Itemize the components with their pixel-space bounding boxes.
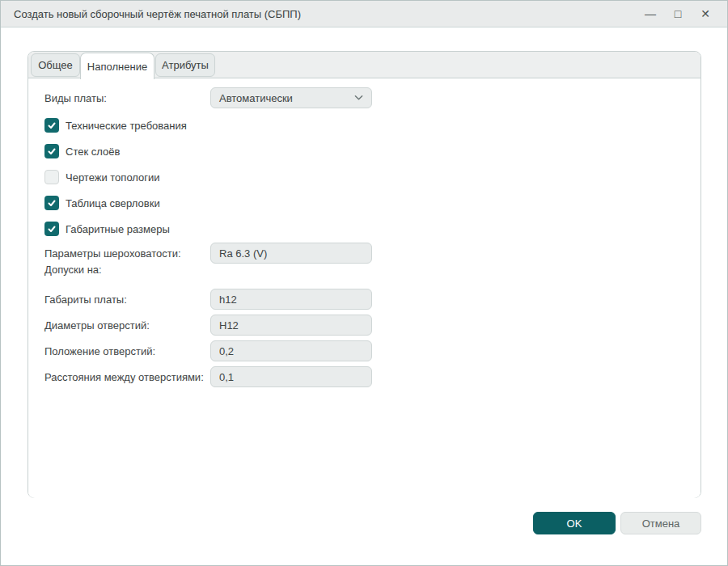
dialog-button-bar: OK Отмена bbox=[28, 512, 701, 534]
hole-position-input[interactable] bbox=[210, 340, 372, 361]
check-icon bbox=[47, 120, 57, 130]
tab-widget: Общее Наполнение Атрибуты Виды платы: Ав… bbox=[28, 51, 701, 498]
cancel-button[interactable]: Отмена bbox=[620, 512, 701, 534]
check-row: Технические требования bbox=[44, 118, 187, 133]
tab-content: Виды платы: Автоматически Технические тр… bbox=[28, 78, 700, 498]
checkbox-drill-table[interactable] bbox=[44, 196, 59, 210]
checkbox-topology-drawings[interactable] bbox=[44, 170, 59, 184]
window-title: Создать новый сборочный чертёж печатной … bbox=[14, 8, 301, 20]
check-icon bbox=[47, 146, 57, 156]
close-icon: ✕ bbox=[700, 7, 710, 20]
roughness-label: Параметры шероховатости: bbox=[44, 247, 210, 260]
board-views-label: Виды платы: bbox=[44, 92, 210, 104]
tab-content-fill[interactable]: Наполнение bbox=[80, 53, 154, 79]
roughness-row: Параметры шероховатости: bbox=[44, 243, 372, 264]
hole-position-label: Положение отверстий: bbox=[44, 345, 210, 357]
board-views-row: Виды платы: Автоматически bbox=[44, 87, 372, 108]
minimize-button[interactable]: — bbox=[637, 2, 664, 25]
checkbox-label: Стек слоёв bbox=[66, 146, 120, 158]
dialog-window: Создать новый сборочный чертёж печатной … bbox=[0, 0, 728, 566]
board-dimensions-input[interactable] bbox=[210, 289, 372, 310]
check-row: Стек слоёв bbox=[44, 144, 120, 158]
checkbox-label: Технические требования bbox=[66, 120, 187, 132]
tab-attributes[interactable]: Атрибуты bbox=[155, 53, 215, 77]
maximize-button[interactable]: □ bbox=[664, 2, 692, 25]
tab-general[interactable]: Общее bbox=[31, 53, 80, 77]
chevron-down-icon bbox=[354, 95, 363, 101]
check-icon bbox=[47, 224, 57, 234]
hole-position-row: Положение отверстий: bbox=[44, 340, 372, 361]
ok-button[interactable]: OK bbox=[533, 512, 616, 534]
hole-spacing-row: Расстояния между отверстиями: bbox=[44, 366, 372, 387]
title-bar[interactable]: Создать новый сборочный чертёж печатной … bbox=[1, 1, 727, 27]
board-views-select[interactable]: Автоматически bbox=[210, 87, 372, 108]
hole-diameters-input[interactable] bbox=[210, 315, 372, 336]
check-row: Габаритные размеры bbox=[44, 222, 170, 236]
check-icon bbox=[47, 198, 57, 208]
board-dimensions-row: Габариты платы: bbox=[44, 289, 372, 310]
board-dimensions-label: Габариты платы: bbox=[44, 294, 210, 306]
hole-spacing-input[interactable] bbox=[210, 366, 372, 387]
hole-diameters-row: Диаметры отверстий: bbox=[44, 315, 372, 336]
checkbox-overall-dimensions[interactable] bbox=[44, 222, 59, 236]
board-views-value: Автоматически bbox=[219, 92, 293, 104]
check-row: Чертежи топологии bbox=[44, 170, 160, 184]
checkbox-layer-stack[interactable] bbox=[44, 144, 59, 158]
checkbox-tech-requirements[interactable] bbox=[44, 118, 59, 133]
checkbox-label: Таблица сверловки bbox=[66, 197, 160, 209]
checkbox-label: Чертежи топологии bbox=[66, 171, 160, 184]
minimize-icon: — bbox=[645, 7, 656, 20]
check-row: Таблица сверловки bbox=[44, 196, 160, 210]
tolerances-heading: Допуски на: bbox=[44, 264, 102, 276]
close-button[interactable]: ✕ bbox=[692, 2, 719, 25]
hole-diameters-label: Диаметры отверстий: bbox=[44, 319, 210, 332]
window-controls: — □ ✕ bbox=[637, 2, 719, 25]
checkbox-label: Габаритные размеры bbox=[66, 223, 170, 235]
tab-bar: Общее Наполнение Атрибуты bbox=[28, 52, 700, 78]
maximize-icon: □ bbox=[675, 7, 681, 20]
hole-spacing-label: Расстояния между отверстиями: bbox=[44, 371, 210, 383]
roughness-input[interactable] bbox=[210, 243, 372, 264]
